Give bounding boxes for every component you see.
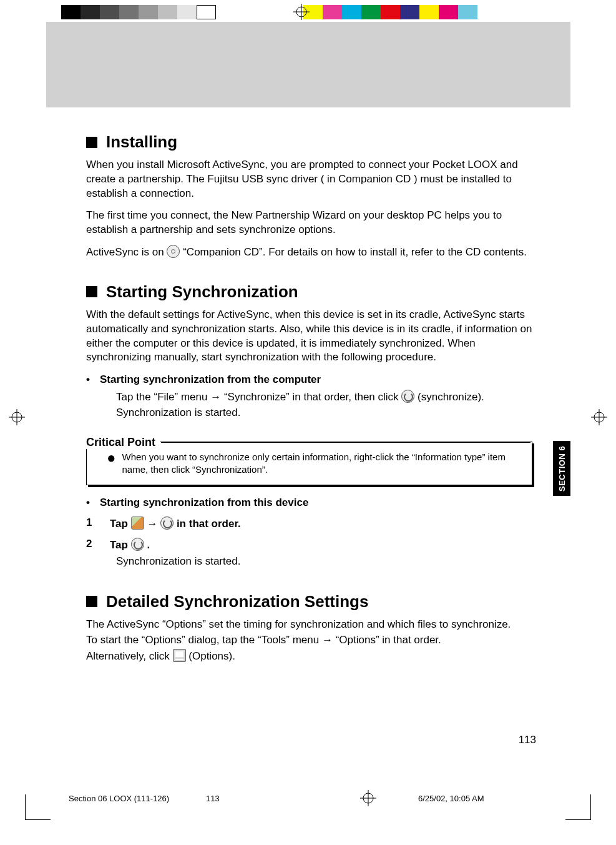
- text: (synchronize).: [418, 391, 484, 403]
- callout-item: ● When you want to synchronize only cert…: [107, 451, 523, 477]
- footer-timestamp: 6/25/02, 10:05 AM: [418, 794, 543, 803]
- indent-block: Tap the “File” menu → “Synchronize” in t…: [116, 390, 532, 420]
- registration-mark-icon: [9, 409, 25, 425]
- heading-text: Installing: [106, 132, 177, 152]
- critical-point-label: Critical Point: [86, 436, 160, 449]
- crop-mark-icon: [565, 794, 591, 820]
- step-text: Tap .: [110, 538, 150, 551]
- square-bullet-icon: [86, 596, 97, 607]
- registration-mark-icon: [591, 409, 607, 425]
- sub-bullet-label: Starting synchronization from this devic…: [100, 497, 308, 509]
- square-bullet-icon: [86, 137, 97, 148]
- text: in that order.: [177, 518, 241, 530]
- sub-bullet: • Starting synchronization from this dev…: [86, 497, 532, 509]
- step-text: Tap → in that order.: [110, 516, 241, 530]
- cd-icon: [167, 245, 180, 258]
- step-2: 2 Tap .: [86, 538, 532, 551]
- calibration-strip: [61, 5, 477, 19]
- text: “Companion CD”. For details on how to in…: [183, 246, 527, 258]
- section-tab-label: SECTION 6: [557, 445, 567, 491]
- content-column: Installing When you install Microsoft Ac…: [86, 119, 532, 671]
- paragraph: ActiveSync is on “Companion CD”. For det…: [86, 245, 532, 260]
- text: (Options).: [188, 650, 235, 662]
- sync-icon: [401, 390, 414, 403]
- step-body: Synchronization is started.: [116, 554, 532, 570]
- page: Installing When you install Microsoft Ac…: [0, 0, 616, 845]
- text: →: [147, 518, 160, 530]
- square-bullet-icon: [86, 286, 97, 297]
- paragraph: Alternatively, click (Options).: [86, 649, 532, 664]
- registration-mark-icon: [360, 790, 376, 806]
- paragraph: The first time you connect, the New Part…: [86, 209, 532, 237]
- bullet-icon: •: [86, 373, 89, 386]
- paragraph: When you install Microsoft ActiveSync, y…: [86, 158, 532, 201]
- start-icon: [131, 516, 144, 530]
- critical-point-box: Critical Point ● When you want to synchr…: [86, 436, 532, 486]
- footer-filename: Section 06 LOOX (111-126): [69, 794, 206, 803]
- step-1: 1 Tap → in that order.: [86, 516, 532, 530]
- options-icon: [173, 649, 186, 662]
- bullet-icon: ●: [107, 451, 116, 477]
- text: Synchronization is started.: [116, 407, 240, 418]
- text: Alternatively, click: [86, 650, 173, 662]
- registration-mark-icon: [293, 4, 310, 20]
- footer-page: 113: [206, 794, 318, 803]
- step-number: 1: [86, 516, 95, 530]
- heading-installing: Installing: [86, 132, 532, 152]
- heading-starting-sync: Starting Synchronization: [86, 282, 532, 302]
- text: Tap the “File” menu → “Synchronize” in t…: [116, 391, 401, 403]
- sub-bullet-label: Starting synchronization from the comput…: [100, 373, 321, 386]
- text: Tap: [110, 539, 131, 551]
- paragraph: To start the “Options” dialog, tap the “…: [86, 633, 532, 648]
- callout-text: When you want to synchronize only certai…: [122, 451, 524, 477]
- activesync-icon: [160, 516, 174, 530]
- heading-text: Starting Synchronization: [106, 282, 298, 302]
- heading-text: Detailed Synchronization Settings: [106, 592, 368, 611]
- divider: [161, 442, 530, 443]
- sub-bullet: • Starting synchronization from the comp…: [86, 373, 532, 386]
- paragraph: With the default settings for ActiveSync…: [86, 308, 532, 365]
- text: ActiveSync is on: [86, 246, 167, 258]
- heading-detailed-settings: Detailed Synchronization Settings: [86, 592, 532, 611]
- crop-mark-icon: [25, 794, 51, 820]
- sync-icon: [131, 538, 144, 551]
- bullet-icon: •: [86, 497, 89, 509]
- page-number: 113: [519, 734, 536, 746]
- paragraph: The ActiveSync “Options” set the timing …: [86, 618, 532, 632]
- header-bar: [46, 22, 570, 107]
- section-tab: SECTION 6: [553, 441, 570, 496]
- footer-meta: Section 06 LOOX (111-126) 113 6/25/02, 1…: [69, 790, 543, 806]
- text: Tap: [110, 518, 131, 530]
- step-number: 2: [86, 538, 95, 551]
- text: .: [147, 539, 150, 551]
